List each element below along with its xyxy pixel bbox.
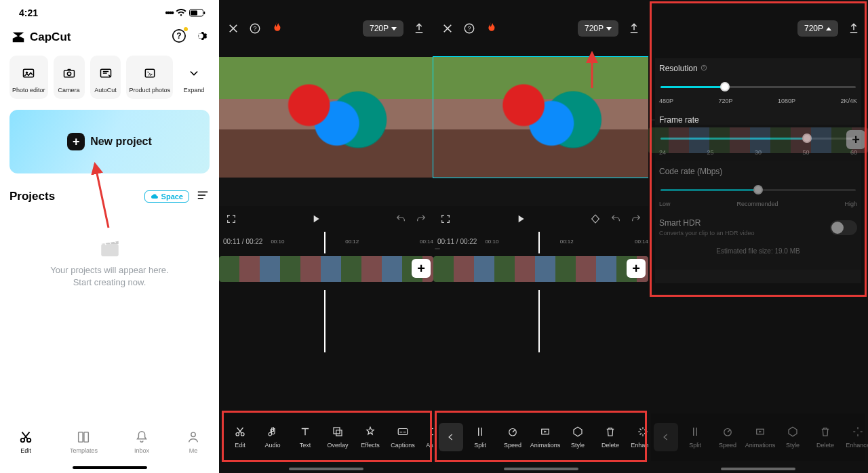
- new-project-button[interactable]: + New project: [9, 110, 210, 173]
- resolution-pill[interactable]: 720P: [363, 20, 403, 37]
- tool-style[interactable]: Style: [777, 426, 808, 449]
- tool-autocut[interactable]: AutoCut: [90, 56, 121, 99]
- close-icon[interactable]: [227, 22, 239, 35]
- time-ruler[interactable]: 00:11 / 00:22 00:1000:1200:14: [433, 232, 648, 251]
- quick-tools: Photo editor Camera AutoCut AI Product p…: [0, 56, 219, 99]
- clip-toolbar: Split Speed Animations Style Delete Enha…: [436, 413, 646, 461]
- edit-toolbar: Edit Audio Text Overlay Effects Captions…: [222, 413, 431, 461]
- tool-photo-editor[interactable]: Photo editor: [9, 56, 48, 99]
- video-preview[interactable]: [433, 57, 648, 178]
- tool-speed[interactable]: Speed: [497, 426, 528, 449]
- add-clip-button[interactable]: +: [846, 130, 865, 149]
- tool-enhance[interactable]: Enhance: [842, 426, 868, 449]
- status-time: 4:21: [19, 7, 38, 18]
- empty-line1: Your projects will appear here.: [50, 265, 168, 275]
- tool-overlay[interactable]: Overlay: [322, 426, 353, 449]
- help-icon[interactable]: ?: [172, 28, 186, 46]
- undo-icon[interactable]: [610, 213, 621, 224]
- svg-text:?: ?: [703, 66, 705, 70]
- home-indicator: [289, 468, 363, 470]
- tool-delete[interactable]: Delete: [810, 426, 841, 449]
- tool-captions[interactable]: Captions: [387, 426, 418, 449]
- redo-icon[interactable]: [416, 213, 427, 224]
- playhead[interactable]: [324, 232, 326, 352]
- help-icon[interactable]: ?: [249, 22, 261, 35]
- nav-inbox[interactable]: Inbox: [134, 430, 149, 454]
- tool-delete[interactable]: Delete: [595, 426, 626, 449]
- notification-dot: [184, 27, 188, 31]
- export-icon[interactable]: [848, 22, 860, 35]
- redo-icon[interactable]: [631, 213, 642, 224]
- scissors-icon: [18, 430, 33, 445]
- play-icon[interactable]: [311, 213, 321, 224]
- timeline-clip[interactable]: +: [433, 253, 648, 290]
- camera-icon: [62, 66, 76, 80]
- fullscreen-icon[interactable]: [226, 213, 237, 224]
- resolution-slider[interactable]: [660, 80, 856, 94]
- timeline-clip[interactable]: +: [648, 125, 868, 161]
- toolbar-back-button[interactable]: [439, 423, 463, 451]
- tool-animations[interactable]: Animations: [745, 426, 776, 449]
- cloud-space-button[interactable]: Space: [144, 190, 189, 203]
- editor-panel-1: ? 720P 00:11 / 00:22 00:1000:1200:14 + E…: [219, 0, 433, 473]
- keyframe-icon[interactable]: [590, 213, 601, 224]
- person-icon: [186, 430, 201, 445]
- home-indicator: [73, 466, 147, 469]
- capcut-logo-icon: [11, 30, 26, 45]
- new-project-label: New project: [90, 136, 152, 148]
- tool-animations[interactable]: Animations: [530, 426, 561, 449]
- clapboard-icon: [98, 237, 121, 260]
- fullscreen-icon[interactable]: [440, 213, 451, 224]
- tool-style[interactable]: Style: [562, 426, 593, 449]
- projects-header: Projects Space: [0, 173, 219, 203]
- playhead[interactable]: [538, 232, 540, 352]
- svg-rect-16: [79, 432, 83, 443]
- brand-name: CapCut: [30, 30, 71, 44]
- transport-bar: [433, 206, 648, 232]
- tool-edit[interactable]: Edit: [224, 426, 256, 449]
- caret-down-icon: [391, 27, 397, 30]
- tool-product-photos[interactable]: AI Product photos: [126, 56, 173, 99]
- flame-icon[interactable]: [271, 22, 281, 35]
- tool-speed[interactable]: Speed: [712, 426, 743, 449]
- nav-edit[interactable]: Edit: [18, 430, 33, 454]
- svg-rect-13: [101, 244, 119, 256]
- add-clip-button[interactable]: +: [627, 259, 646, 278]
- tool-split[interactable]: Split: [679, 426, 711, 449]
- resolution-pill[interactable]: 720P: [797, 20, 838, 37]
- tool-split[interactable]: Split: [465, 426, 496, 449]
- sort-icon[interactable]: [196, 190, 210, 203]
- time-ruler[interactable]: 00:11 / 00:22 00:1000:1200:14: [219, 232, 433, 251]
- info-icon[interactable]: ?: [701, 64, 707, 73]
- tool-text[interactable]: Text: [290, 426, 321, 449]
- undo-icon[interactable]: [395, 213, 406, 224]
- svg-point-8: [67, 72, 71, 75]
- status-icons: ••••: [165, 7, 205, 18]
- tool-effects[interactable]: Effects: [355, 426, 386, 449]
- empty-line2: Start creating now.: [73, 277, 146, 287]
- tool-expand[interactable]: Expand: [178, 56, 210, 99]
- app-brand: CapCut: [11, 30, 71, 45]
- settings-gear-icon[interactable]: [193, 28, 208, 46]
- video-preview[interactable]: [219, 57, 433, 178]
- timeline-clip[interactable]: +: [219, 253, 433, 290]
- help-icon[interactable]: ?: [463, 22, 475, 35]
- resolution-pill[interactable]: 720P: [578, 20, 618, 37]
- svg-rect-9: [67, 69, 71, 70]
- add-clip-button[interactable]: +: [412, 259, 431, 278]
- close-icon[interactable]: [441, 22, 454, 35]
- tool-camera[interactable]: Camera: [54, 56, 85, 99]
- nav-me[interactable]: Me: [186, 430, 201, 454]
- tool-audio[interactable]: Audio: [257, 426, 288, 449]
- autocut-icon: [99, 66, 113, 80]
- export-icon[interactable]: [628, 22, 640, 35]
- svg-text:?: ?: [467, 25, 471, 32]
- nav-templates[interactable]: Templates: [70, 430, 98, 454]
- svg-rect-24: [334, 428, 340, 434]
- play-icon[interactable]: [515, 213, 526, 224]
- flame-icon[interactable]: [485, 22, 496, 35]
- toolbar-back-button[interactable]: [654, 423, 678, 451]
- export-icon[interactable]: [413, 22, 425, 35]
- home-indicator: [504, 468, 578, 470]
- svg-text:?: ?: [253, 25, 256, 32]
